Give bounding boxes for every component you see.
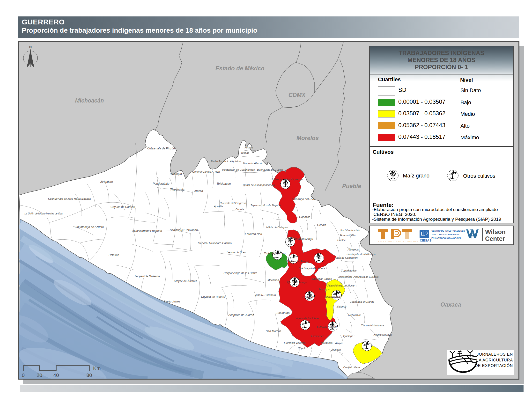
svg-text:40: 40: [53, 372, 59, 378]
svg-text:Alpoyeca: Alpoyeca: [347, 248, 358, 251]
svg-text:Marquelia: Marquelia: [321, 341, 332, 344]
svg-text:Zitlala: Zitlala: [287, 236, 295, 239]
svg-text:ATLAS SIG Y PROYECTOS WEB: ATLAS SIG Y PROYECTOS WEB: [378, 240, 419, 243]
svg-text:N: N: [29, 45, 32, 49]
svg-text:Tixtla de Guerrero: Tixtla de Guerrero: [264, 252, 285, 255]
svg-text:DE EXPORTACIÓN: DE EXPORTACIÓN: [475, 363, 513, 368]
svg-text:Coyuca de Catalán: Coyuca de Catalán: [111, 205, 135, 209]
svg-text:Acapulco de Juárez: Acapulco de Juárez: [228, 313, 254, 317]
svg-text:Tlapa de Comonfort: Tlapa de Comonfort: [334, 256, 358, 259]
svg-text:Maíz grano: Maíz grano: [403, 173, 429, 179]
svg-text:Quechultenango: Quechultenango: [287, 281, 307, 284]
svg-text:CENTRO DE INVESTIGACIONES: CENTRO DE INVESTIGACIONES: [431, 230, 465, 232]
svg-text:Cutzamala de Pinzón: Cutzamala de Pinzón: [147, 147, 175, 150]
svg-text:Azoyú: Azoyú: [335, 342, 343, 345]
svg-text:General Heliodoro Castillo: General Heliodoro Castillo: [198, 242, 232, 245]
svg-text:Atlamajalcingo del Monte: Atlamajalcingo del Monte: [327, 284, 354, 287]
svg-text:Alcozauca de Guerrero: Alcozauca de Guerrero: [353, 276, 379, 278]
svg-text:Y ESTUDIOS SUPERIORES: Y ESTUDIOS SUPERIORES: [431, 233, 459, 236]
svg-text:Eduardo Neri: Eduardo Neri: [245, 232, 262, 236]
svg-text:Cuajinicuilapa: Cuajinicuilapa: [343, 366, 360, 369]
svg-text:Chilpancingo de los Bravo: Chilpancingo de los Bravo: [223, 271, 257, 275]
svg-text:Juchitán: Juchitán: [331, 348, 341, 351]
svg-text:José Joaquín de Herrera: José Joaquín de Herrera: [298, 267, 325, 270]
svg-text:Arcelia: Arcelia: [194, 189, 203, 193]
svg-text:Juan R. Escudero: Juan R. Escudero: [254, 293, 276, 296]
svg-text:CIESAS: CIESAS: [420, 239, 432, 242]
svg-text:Teloloapan: Teloloapan: [217, 182, 231, 186]
svg-text:Ajuchitlán del Progreso: Ajuchitlán del Progreso: [132, 229, 162, 233]
svg-text:Ixcateopan de Cuauhtémoc: Ixcateopan de Cuauhtémoc: [222, 168, 255, 171]
svg-text:JORNALEROS EN: JORNALEROS EN: [477, 352, 513, 356]
svg-text:Iliatenco: Iliatenco: [337, 305, 347, 308]
svg-text:Huamuxtitlán: Huamuxtitlán: [340, 234, 355, 237]
svg-text:Km: Km: [93, 365, 101, 371]
svg-text:Atoyac de Álvarez: Atoyac de Álvarez: [174, 279, 197, 283]
svg-text:Cualác: Cualác: [337, 239, 346, 242]
svg-text:Cocula: Cocula: [236, 208, 244, 211]
svg-text:Pilcaya: Pilcaya: [245, 146, 253, 149]
svg-text:Huitzuco de los Figueroa: Huitzuco de los Figueroa: [271, 178, 303, 181]
svg-text:Tlapehuala: Tlapehuala: [170, 188, 184, 191]
svg-text:Zihuatanejo de Azueta: Zihuatanejo de Azueta: [75, 225, 104, 229]
svg-text:Copanatoyac: Copanatoyac: [341, 269, 357, 272]
svg-text:Coahuayutla de José María Izaz: Coahuayutla de José María Izazaga: [48, 197, 91, 200]
svg-text:Tlalixtaquilla de Maldonado: Tlalixtaquilla de Maldonado: [346, 253, 376, 256]
svg-text:EN ANTROPOLOGÍA SOCIAL: EN ANTROPOLOGÍA SOCIAL: [431, 237, 462, 239]
svg-text:Wilson: Wilson: [485, 228, 506, 235]
svg-text:Pungarabato: Pungarabato: [153, 182, 170, 186]
svg-text:Morelos: Morelos: [296, 135, 319, 141]
svg-text:Tepecoacuilco de Trujano: Tepecoacuilco de Trujano: [250, 204, 281, 207]
svg-text:Tlacoachistlahuaca: Tlacoachistlahuaca: [361, 324, 384, 327]
svg-text:Chilapa de Álvarez: Chilapa de Álvarez: [287, 260, 310, 262]
svg-text:Tetipac: Tetipac: [241, 151, 249, 154]
svg-text:Xochistlahuaca: Xochistlahuaca: [373, 333, 392, 336]
svg-text:80: 80: [86, 372, 92, 378]
svg-text:Metlatónoc: Metlatónoc: [348, 314, 361, 317]
svg-text:San Luis Acatlán: San Luis Acatlán: [317, 325, 337, 328]
svg-text:Taxco de Alarcón: Taxco de Alarcón: [243, 162, 263, 165]
svg-text:20: 20: [37, 372, 42, 378]
svg-text:Leonardo Bravo: Leonardo Bravo: [227, 251, 247, 254]
svg-text:General Canuto A. Neri: General Canuto A. Neri: [192, 170, 220, 173]
svg-text:Oaxaca: Oaxaca: [440, 301, 461, 308]
svg-text:Olinalá: Olinalá: [317, 223, 326, 227]
svg-text:Cuautepec: Cuautepec: [311, 335, 324, 337]
svg-text:Zirándaro: Zirándaro: [100, 180, 113, 184]
svg-text:Xalpatláhuac: Xalpatláhuac: [338, 276, 352, 278]
svg-text:0: 0: [22, 372, 25, 378]
svg-text:Benito Juárez: Benito Juárez: [164, 300, 180, 303]
svg-text:Iguala de la Independencia: Iguala de la Independencia: [243, 184, 275, 187]
svg-text:Petatlán: Petatlán: [109, 253, 119, 257]
svg-text:Coyuca de Benítez: Coyuca de Benítez: [201, 295, 225, 299]
svg-text:Ahuacuotzingo: Ahuacuotzingo: [294, 237, 313, 241]
svg-text:Pedro Ascencio Alquisiras: Pedro Ascencio Alquisiras: [211, 160, 242, 163]
svg-text:Cuetzala del Progreso: Cuetzala del Progreso: [220, 202, 246, 205]
svg-text:Acatepec: Acatepec: [302, 295, 314, 298]
svg-text:Florencio Villarreal: Florencio Villarreal: [284, 341, 306, 344]
svg-text:Michoacán: Michoacán: [75, 97, 104, 104]
svg-text:Mochitlán: Mochitlán: [267, 279, 279, 281]
svg-text:Cochoapa el Grande: Cochoapa el Grande: [350, 300, 374, 303]
svg-text:Tlacoapa: Tlacoapa: [318, 288, 329, 291]
svg-text:Estado de México: Estado de México: [216, 65, 265, 72]
svg-text:LA AGRICULTURA: LA AGRICULTURA: [476, 358, 513, 362]
svg-text:Tecoanapa: Tecoanapa: [276, 311, 290, 315]
svg-text:San Marcos: San Marcos: [266, 329, 281, 333]
svg-text:Igualapa: Igualapa: [343, 335, 353, 337]
svg-text:CDMX: CDMX: [288, 92, 306, 98]
svg-text:Puebla: Puebla: [342, 183, 361, 189]
svg-text:Otros cultivos: Otros cultivos: [463, 173, 495, 179]
svg-text:La Unión de Isidoro Montes de: La Unión de Isidoro Montes de Oca: [24, 212, 63, 215]
svg-text:San Miguel Totolapan: San Miguel Totolapan: [170, 228, 198, 232]
svg-text:Ayutla de los Libres: Ayutla de los Libres: [296, 317, 319, 320]
svg-text:Zapotitlán Tablas: Zapotitlán Tablas: [311, 277, 332, 280]
svg-text:Mártir de Cuilapan: Mártir de Cuilapan: [266, 226, 288, 229]
svg-text:Atenango del Río: Atenango del Río: [291, 197, 314, 201]
svg-text:Técpan de Galeana: Técpan de Galeana: [134, 275, 160, 278]
svg-text:Center: Center: [485, 235, 505, 242]
svg-text:Copala: Copala: [298, 347, 306, 350]
svg-text:Malinaltepec: Malinaltepec: [325, 295, 341, 298]
svg-text:Buenavista de Cuéllar: Buenavista de Cuéllar: [257, 168, 283, 171]
svg-text:Copalillo: Copalillo: [299, 215, 310, 219]
